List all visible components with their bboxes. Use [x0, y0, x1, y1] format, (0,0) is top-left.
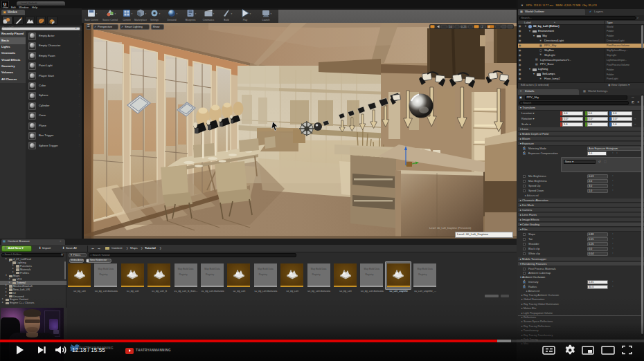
svg-text:12:18 / 15:55: 12:18 / 15:55 — [72, 347, 105, 353]
svg-text:10: 10 — [449, 25, 453, 28]
svg-text:0.25: 0.25 — [461, 25, 467, 28]
